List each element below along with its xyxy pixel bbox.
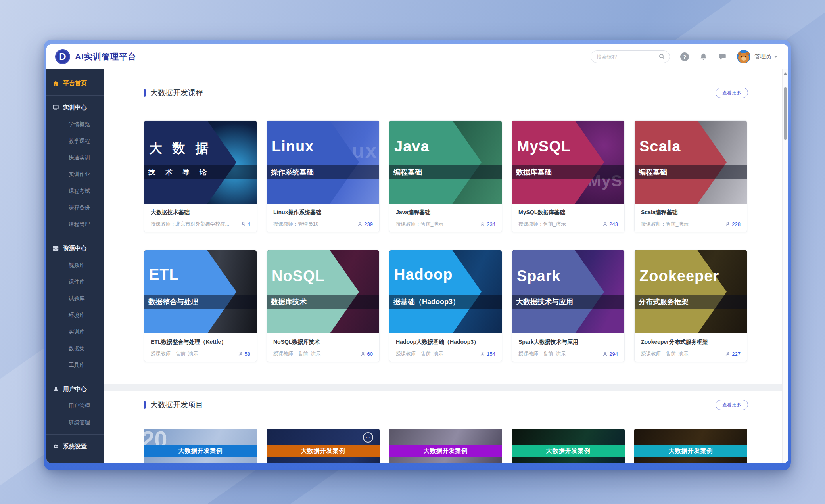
notification-bell-icon[interactable] — [699, 53, 708, 61]
accent-bar — [144, 89, 146, 97]
sidebar-item-label: 系统设置 — [63, 443, 87, 450]
sidebar-divider — [46, 236, 104, 236]
section-title-text: 大数据开发项目 — [150, 400, 203, 410]
sidebar-item-learning-overview[interactable]: 学情概览 — [46, 116, 104, 133]
sidebar: 平台首页 实训中心 学情概览 教学课程 快速实训 实训作业 课程考试 课程备份 … — [46, 69, 104, 463]
course-teacher: 授课教师：售前_演示 — [396, 221, 480, 228]
search-icon[interactable] — [658, 53, 665, 60]
sidebar-item-course-backup[interactable]: 课程备份 — [46, 199, 104, 216]
scrollbar-thumb[interactable] — [784, 87, 787, 140]
project-card[interactable]: 20 大数据开发案例 — [144, 429, 257, 463]
banner-subtitle: 编程基础 — [639, 167, 667, 177]
scroll-up-arrow-icon[interactable] — [784, 72, 787, 75]
sidebar-divider — [46, 434, 104, 435]
banner-subtitle: 数据库基础 — [516, 167, 552, 177]
course-title: Zookeeper分布式服务框架 — [641, 339, 741, 346]
section-big-data-courses: 大数据开发课程 查看更多 大 数 据 技 术 导 论 — [104, 69, 782, 362]
course-card[interactable]: NoSQL 数据库技术 NoSQL数据库技术 授课教师：售前_演示 60 — [267, 250, 380, 362]
banner-title: Scala — [639, 138, 681, 155]
sidebar-item-environment-library[interactable]: 环境库 — [46, 307, 104, 324]
sidebar-item-training-center[interactable]: 实训中心 — [46, 99, 104, 116]
project-card[interactable]: 大数据开发案例 — [389, 429, 502, 463]
sidebar-item-system-settings[interactable]: 系统设置 — [46, 438, 104, 455]
student-count: 294 — [602, 351, 618, 357]
course-teacher: 授课教师：管理员10 — [273, 221, 357, 228]
window-body: 平台首页 实训中心 学情概览 教学课程 快速实训 实训作业 课程考试 课程备份 … — [46, 69, 788, 463]
person-icon — [241, 222, 246, 227]
count-value: 243 — [609, 221, 618, 227]
sidebar-divider — [46, 377, 104, 377]
more-dots-icon: ⋯ — [363, 432, 373, 443]
count-value: 58 — [245, 351, 250, 357]
help-icon[interactable]: ? — [680, 52, 689, 61]
project-card[interactable]: 大数据开发案例 — [512, 429, 625, 463]
sidebar-item-video-library[interactable]: 视频库 — [46, 257, 104, 274]
course-card[interactable]: inux Linux 操作系统基础 Linux操作系统基础 授课教师：管理员10 — [267, 120, 380, 232]
course-title: Spark大数据技术与应用 — [518, 339, 618, 346]
banner-title: Spark — [517, 268, 561, 285]
sidebar-item-user-management[interactable]: 用户管理 — [46, 398, 104, 414]
person-icon — [725, 222, 730, 227]
project-card[interactable]: 大数据开发案例 — [634, 429, 747, 463]
course-card[interactable]: Hadoop 据基础（Hadoop3） Hadoop大数据基础（Hadoop3）… — [389, 250, 502, 362]
sidebar-item-resource-center[interactable]: 资源中心 — [46, 240, 104, 257]
view-more-button[interactable]: 查看更多 — [716, 88, 748, 98]
sidebar-item-home[interactable]: 平台首页 — [46, 75, 104, 92]
sidebar-item-courseware-library[interactable]: 课件库 — [46, 274, 104, 290]
count-value: 227 — [732, 351, 741, 357]
student-count: 227 — [725, 351, 741, 357]
count-value: 154 — [487, 351, 495, 357]
section-title: 大数据开发课程 — [144, 88, 203, 98]
sidebar-item-datasets[interactable]: 数据集 — [46, 340, 104, 357]
course-card[interactable]: Scala 编程基础 Scala编程基础 授课教师：售前_演示 228 — [634, 120, 747, 232]
course-card[interactable]: Zookeeper 分布式服务框架 Zookeeper分布式服务框架 授课教师：… — [634, 250, 747, 362]
banner-subtitle: 技 术 导 论 — [148, 167, 211, 177]
count-value: 4 — [248, 221, 250, 227]
section-separator — [104, 384, 782, 391]
student-count: 60 — [361, 351, 373, 357]
section-divider — [144, 104, 748, 104]
course-title: 大数据技术基础 — [151, 209, 250, 216]
course-card[interactable]: Spark 大数据技术与应用 Spark大数据技术与应用 授课教师：售前_演示 … — [512, 250, 625, 362]
course-card[interactable]: Java 编程基础 Java编程基础 授课教师：售前_演示 234 — [389, 120, 502, 232]
count-value: 228 — [732, 221, 741, 227]
student-count: 239 — [357, 221, 373, 227]
sidebar-item-question-bank[interactable]: 试题库 — [46, 290, 104, 307]
course-card[interactable]: 大 数 据 技 术 导 论 大数据技术基础 授课教师：北京市对外贸易学校教...… — [144, 120, 257, 232]
sidebar-item-class-management[interactable]: 班级管理 — [46, 414, 104, 431]
course-card[interactable]: MyS MySQL 数据库基础 MySQL数据库基础 授课教师：售前_演示 — [512, 120, 625, 232]
sidebar-item-course-management[interactable]: 课程管理 — [46, 216, 104, 233]
section-title-text: 大数据开发课程 — [150, 88, 203, 98]
search-input[interactable] — [591, 50, 670, 63]
course-card[interactable]: ETL 数据整合与处理 ETL数据整合与处理（Kettle） 授课教师：售前_演… — [144, 250, 257, 362]
banner-subtitle: 数据库技术 — [271, 297, 307, 307]
sidebar-item-course-exams[interactable]: 课程考试 — [46, 183, 104, 199]
banner-title: Java — [394, 138, 430, 155]
course-grid: 大 数 据 技 术 导 论 大数据技术基础 授课教师：北京市对外贸易学校教...… — [144, 120, 748, 362]
count-value: 60 — [367, 351, 373, 357]
section-big-data-projects: 大数据开发项目 查看更多 20 大数据开发案例 — [104, 391, 782, 463]
sidebar-item-label: 资源中心 — [63, 245, 87, 252]
sidebar-item-training-homework[interactable]: 实训作业 — [46, 166, 104, 183]
scrollbar[interactable] — [782, 69, 788, 463]
sidebar-item-tool-library[interactable]: 工具库 — [46, 357, 104, 374]
section-title: 大数据开发项目 — [144, 400, 203, 410]
accent-bar — [144, 401, 146, 409]
message-bubble-icon[interactable] — [718, 53, 727, 61]
project-card[interactable]: ⋯ 大数据开发案例 — [267, 429, 380, 463]
user-avatar[interactable] — [737, 50, 750, 63]
app-logo: D — [55, 49, 70, 64]
sidebar-item-teaching-courses[interactable]: 教学课程 — [46, 133, 104, 149]
user-name[interactable]: 管理员 — [754, 53, 771, 60]
banner-title: 大 数 据 — [149, 140, 211, 157]
view-more-button[interactable]: 查看更多 — [716, 400, 748, 410]
course-banner: MyS MySQL 数据库基础 — [512, 121, 624, 204]
course-teacher: 授课教师：售前_演示 — [273, 351, 361, 357]
project-label: 大数据开发案例 — [546, 447, 591, 455]
sidebar-item-quick-training[interactable]: 快速实训 — [46, 149, 104, 166]
course-title: NoSQL数据库技术 — [273, 339, 373, 346]
sidebar-item-user-center[interactable]: 用户中心 — [46, 380, 104, 398]
chevron-down-icon[interactable] — [774, 56, 778, 58]
sidebar-item-label: 实训中心 — [63, 104, 87, 111]
sidebar-item-training-library[interactable]: 实训库 — [46, 324, 104, 340]
